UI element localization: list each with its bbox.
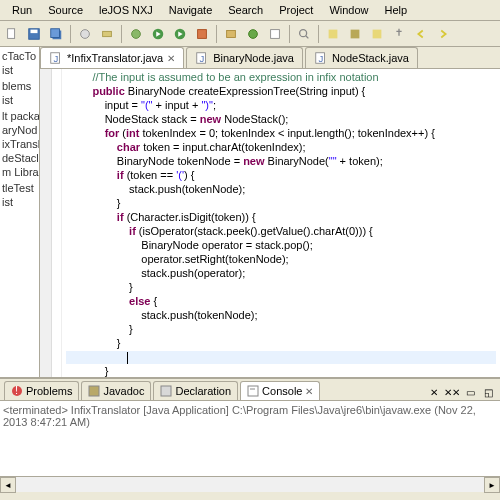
tree-item[interactable]: ist (2, 195, 37, 209)
svg-rect-29 (248, 386, 258, 396)
open-type-button[interactable] (265, 24, 285, 44)
new-button[interactable] (2, 24, 22, 44)
tree-item[interactable]: m Librari (2, 165, 37, 179)
external-tools-button[interactable] (192, 24, 212, 44)
remove-all-icon[interactable]: ✕✕ (444, 384, 460, 400)
java-file-icon: J (195, 51, 209, 65)
svg-rect-11 (227, 30, 236, 37)
toolbar-separator (318, 25, 319, 43)
tool-button[interactable] (323, 24, 343, 44)
maximize-icon[interactable]: ◱ (480, 384, 496, 400)
javadoc-icon (88, 385, 100, 397)
console-icon (247, 385, 259, 397)
bottom-panel: ! Problems Javadoc Declaration Console ✕… (0, 377, 500, 492)
tree-item[interactable]: tleTest (2, 181, 37, 195)
tab-javadoc[interactable]: Javadoc (81, 381, 151, 400)
search-button[interactable] (294, 24, 314, 44)
close-icon[interactable]: ✕ (305, 386, 313, 397)
tree-item[interactable]: ist (2, 63, 37, 77)
debug-button[interactable] (126, 24, 146, 44)
console-output[interactable]: <terminated> InfixTranslator [Java Appli… (0, 401, 500, 476)
minimize-icon[interactable]: ▭ (462, 384, 478, 400)
tab-label: NodeStack.java (332, 52, 409, 64)
svg-rect-2 (31, 29, 38, 33)
save-button[interactable] (24, 24, 44, 44)
remove-launch-icon[interactable]: ✕ (426, 384, 442, 400)
svg-rect-13 (271, 29, 280, 38)
tool-button[interactable] (97, 24, 117, 44)
tree-item[interactable]: cTacTo (2, 49, 37, 63)
gutter[interactable] (40, 69, 52, 377)
tool-button[interactable] (75, 24, 95, 44)
tree-item[interactable]: blems (2, 79, 37, 93)
run-button[interactable] (148, 24, 168, 44)
svg-rect-18 (373, 29, 382, 38)
new-class-button[interactable] (243, 24, 263, 44)
menu-project[interactable]: Project (271, 2, 321, 18)
code-area[interactable]: //The input is assumed to be an expressi… (62, 69, 500, 377)
toolbar-separator (289, 25, 290, 43)
tab-nodestack[interactable]: J NodeStack.java (305, 47, 418, 68)
console-toolbar: ✕ ✕✕ ▭ ◱ (426, 384, 500, 400)
horizontal-scrollbar[interactable]: ◄ ► (0, 476, 500, 492)
scroll-right-button[interactable]: ► (484, 477, 500, 493)
package-explorer[interactable]: cTacTo ist blems ist lt packa aryNod ixT… (0, 47, 40, 377)
editor[interactable]: //The input is assumed to be an expressi… (40, 69, 500, 377)
tab-infixtranslator[interactable]: J *InfixTranslator.java ✕ (40, 47, 184, 68)
tree-item[interactable]: ixTransl (2, 137, 37, 151)
svg-rect-16 (329, 29, 338, 38)
svg-point-7 (132, 29, 141, 38)
tree-item[interactable]: ist (2, 93, 37, 107)
menu-window[interactable]: Window (321, 2, 376, 18)
tree-item[interactable]: aryNod (2, 123, 37, 137)
menu-run[interactable]: Run (4, 2, 40, 18)
scroll-track[interactable] (16, 477, 484, 492)
toolbar-separator (216, 25, 217, 43)
tab-binarynode[interactable]: J BinaryNode.java (186, 47, 303, 68)
forward-button[interactable] (433, 24, 453, 44)
tree-item[interactable]: deStacl (2, 151, 37, 165)
close-icon[interactable]: ✕ (167, 53, 175, 64)
toolbar (0, 21, 500, 47)
svg-rect-10 (198, 29, 207, 38)
svg-rect-4 (51, 28, 60, 37)
menu-lejos[interactable]: leJOS NXJ (91, 2, 161, 18)
tool-button[interactable] (367, 24, 387, 44)
scroll-left-button[interactable]: ◄ (0, 477, 16, 493)
tab-label: Declaration (175, 385, 231, 397)
java-file-icon: J (49, 51, 63, 65)
svg-text:J: J (53, 53, 58, 64)
svg-rect-27 (89, 386, 99, 396)
tab-declaration[interactable]: Declaration (153, 381, 238, 400)
tab-problems[interactable]: ! Problems (4, 381, 79, 400)
menu-help[interactable]: Help (377, 2, 416, 18)
pin-button[interactable] (389, 24, 409, 44)
problems-icon: ! (11, 385, 23, 397)
save-all-button[interactable] (46, 24, 66, 44)
toolbar-separator (121, 25, 122, 43)
tab-label: Problems (26, 385, 72, 397)
tab-label: *InfixTranslator.java (67, 52, 163, 64)
svg-point-5 (81, 29, 90, 38)
fold-column[interactable] (52, 69, 62, 377)
svg-rect-0 (8, 28, 15, 38)
svg-text:!: ! (15, 385, 18, 396)
svg-rect-6 (103, 31, 112, 36)
back-button[interactable] (411, 24, 431, 44)
run-last-button[interactable] (170, 24, 190, 44)
menu-bar: Run Source leJOS NXJ Navigate Search Pro… (0, 0, 500, 21)
editor-tabs: J *InfixTranslator.java ✕ J BinaryNode.j… (40, 47, 500, 69)
menu-source[interactable]: Source (40, 2, 91, 18)
svg-point-12 (249, 29, 258, 38)
java-file-icon: J (314, 51, 328, 65)
svg-point-14 (300, 29, 307, 36)
new-package-button[interactable] (221, 24, 241, 44)
svg-line-15 (306, 35, 309, 38)
tool-button[interactable] (345, 24, 365, 44)
menu-search[interactable]: Search (220, 2, 271, 18)
tab-console[interactable]: Console ✕ (240, 381, 320, 400)
tree-item[interactable]: lt packa (2, 109, 37, 123)
menu-navigate[interactable]: Navigate (161, 2, 220, 18)
svg-text:J: J (200, 53, 205, 64)
svg-rect-28 (161, 386, 171, 396)
